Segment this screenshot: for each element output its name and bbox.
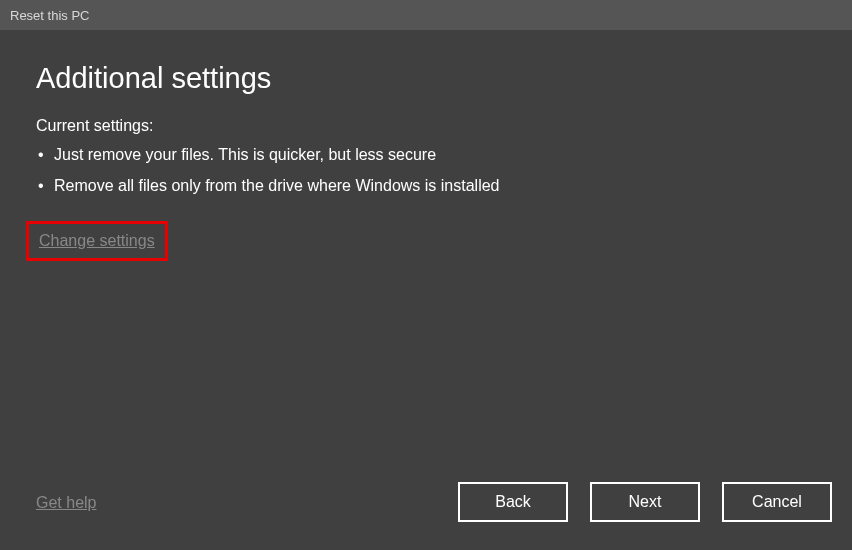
- change-settings-link[interactable]: Change settings: [39, 232, 155, 249]
- settings-list: Just remove your files. This is quicker,…: [36, 145, 816, 197]
- list-item: Remove all files only from the drive whe…: [42, 176, 816, 197]
- window-title: Reset this PC: [10, 8, 89, 23]
- next-button[interactable]: Next: [590, 482, 700, 522]
- change-settings-highlight: Change settings: [26, 221, 168, 261]
- titlebar: Reset this PC: [0, 0, 852, 30]
- page-heading: Additional settings: [36, 62, 816, 95]
- get-help-link[interactable]: Get help: [36, 494, 96, 512]
- content-area: Additional settings Current settings: Ju…: [0, 30, 852, 550]
- list-item: Just remove your files. This is quicker,…: [42, 145, 816, 166]
- current-settings-label: Current settings:: [36, 117, 816, 135]
- back-button[interactable]: Back: [458, 482, 568, 522]
- cancel-button[interactable]: Cancel: [722, 482, 832, 522]
- button-row: Back Next Cancel: [458, 482, 832, 522]
